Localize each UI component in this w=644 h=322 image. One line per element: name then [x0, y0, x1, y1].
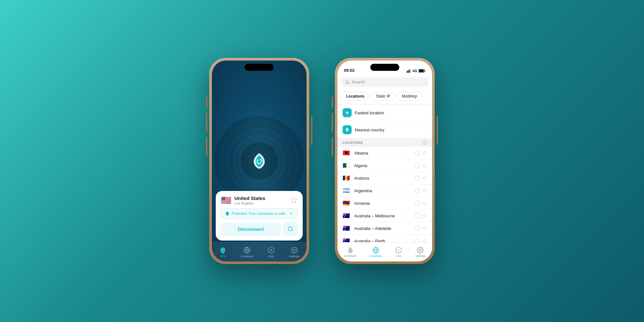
svg-point-14: [346, 80, 349, 83]
nav2-locations[interactable]: Locations: [369, 247, 382, 258]
nav2-surfshark[interactable]: Surfshark: [344, 247, 356, 258]
country-info: 🇺🇸 United States Los Angeles: [221, 195, 265, 205]
search-bar[interactable]: Search: [341, 77, 428, 87]
australia-adelaide-star-icon[interactable]: [422, 226, 427, 231]
svg-point-33: [420, 249, 421, 251]
svg-marker-26: [423, 226, 427, 230]
locations-nav-label: Locations: [241, 255, 253, 258]
svg-rect-10: [410, 69, 411, 73]
favorite-star-icon[interactable]: [290, 197, 298, 204]
shield-nav-icon: [219, 247, 226, 254]
country-andorra[interactable]: 🇦🇩 Andorra: [337, 172, 432, 185]
nav-vpn[interactable]: VPN: [219, 246, 227, 258]
dynamic-island-2: [370, 64, 399, 71]
location-pin-icon: [345, 128, 349, 132]
info-icon[interactable]: [422, 140, 427, 145]
country-armenia[interactable]: 🇦🇲 Armenia: [337, 197, 432, 210]
albania-star-icon[interactable]: [422, 151, 427, 155]
us-flag: 🇺🇸: [221, 196, 231, 204]
svg-marker-25: [423, 214, 427, 217]
status-icons: 4G: [407, 69, 426, 73]
algeria-star-icon[interactable]: [422, 163, 427, 168]
algeria-select[interactable]: [415, 163, 420, 168]
svg-marker-23: [423, 189, 427, 192]
svg-point-6: [293, 249, 295, 251]
bottom-nav-locations: Surfshark Locations: [337, 242, 432, 261]
locations-nav2-label: Locations: [369, 254, 382, 258]
australia-perth-select[interactable]: [415, 238, 420, 242]
svg-line-2: [291, 230, 292, 231]
algeria-name: Algeria: [354, 163, 415, 168]
argentina-select[interactable]: [415, 188, 420, 193]
australia-melbourne-select[interactable]: [415, 213, 420, 218]
nearest-country-label: Nearest country: [355, 128, 384, 132]
country-australia-adelaide[interactable]: 🇦🇺 Australia – Adelaide: [337, 222, 432, 235]
settings-nav2-label: Settings: [415, 254, 426, 258]
surfshark-nav-icon: [347, 247, 354, 254]
albania-name: Albania: [354, 151, 415, 156]
algeria-flag: 🇩🇿: [343, 163, 351, 168]
search-container: Search: [337, 75, 432, 89]
svg-rect-12: [419, 70, 424, 72]
country-argentina[interactable]: 🇦🇷 Argentina: [337, 185, 432, 197]
bolt-icon-container: [343, 108, 352, 117]
tab-multihop[interactable]: MultiHop: [397, 92, 422, 101]
search-placeholder-text: Search: [352, 80, 365, 84]
dynamic-island: [245, 64, 274, 71]
armenia-star-icon[interactable]: [422, 201, 427, 205]
andorra-select[interactable]: [415, 175, 420, 181]
nav-settings[interactable]: Settings: [289, 246, 300, 258]
disconnect-button[interactable]: Disconnect: [221, 223, 281, 236]
nav2-settings[interactable]: Settings: [415, 247, 426, 258]
australia-melbourne-star-icon[interactable]: [422, 213, 427, 218]
nav-one[interactable]: One: [267, 246, 275, 258]
chevron-down-icon[interactable]: [289, 211, 293, 216]
argentina-star-icon[interactable]: [422, 188, 427, 193]
australia-perth-name: Australia – Perth: [354, 239, 415, 242]
svg-rect-8: [408, 70, 409, 73]
connection-card: 🇺🇸 United States Los Angeles: [216, 191, 303, 241]
nearest-country-item[interactable]: Nearest country: [337, 121, 432, 138]
tab-static-ip[interactable]: Static IP: [371, 92, 395, 101]
shield-icon: [225, 211, 230, 216]
phone-vpn: 🇺🇸 United States Los Angeles: [209, 58, 309, 264]
albania-select[interactable]: [415, 150, 420, 156]
one-nav-label: One: [268, 255, 274, 258]
svg-marker-16: [346, 111, 349, 115]
armenia-select[interactable]: [415, 201, 420, 206]
armenia-flag: 🇦🇲: [343, 200, 351, 206]
andorra-flag: 🇦🇩: [343, 175, 351, 181]
bottom-nav-vpn: VPN Locations: [212, 242, 307, 261]
country-algeria[interactable]: 🇩🇿 Algeria: [337, 159, 432, 172]
armenia-name: Armenia: [354, 201, 415, 206]
australia-adelaide-flag: 🇦🇺: [343, 225, 351, 231]
argentina-name: Argentina: [354, 188, 415, 193]
status-time: 09:02: [344, 68, 355, 73]
andorra-name: Andorra: [354, 176, 415, 181]
svg-point-1: [288, 227, 292, 231]
australia-perth-flag: 🇦🇺: [343, 238, 351, 242]
nav2-one[interactable]: One: [395, 247, 402, 258]
argentina-flag: 🇦🇷: [343, 188, 351, 194]
surfshark-logo-icon: [252, 153, 266, 169]
country-australia-melbourne[interactable]: 🇦🇺 Australia – Melbourne: [337, 210, 432, 222]
country-australia-perth[interactable]: 🇦🇺 Australia – Perth: [337, 235, 432, 242]
globe-nav2-icon: [372, 247, 379, 254]
nav-locations[interactable]: Locations: [241, 246, 253, 258]
australia-perth-star-icon[interactable]: [422, 239, 427, 242]
locations-list: Fastest location Nearest country LO: [337, 104, 432, 242]
fastest-location-item[interactable]: Fastest location: [337, 104, 432, 121]
country-albania[interactable]: 🇦🇱 Albania: [337, 147, 432, 159]
svg-rect-13: [425, 70, 425, 71]
country-name: United States: [234, 195, 265, 201]
search-bar-icon: [345, 80, 350, 84]
svg-line-15: [348, 83, 349, 84]
australia-adelaide-select[interactable]: [415, 226, 420, 231]
search-button[interactable]: [283, 222, 298, 236]
section-title-text: LOCATIONS: [343, 141, 363, 145]
locations-screen: 09:02 4G: [337, 61, 432, 261]
svg-marker-0: [291, 197, 297, 203]
andorra-star-icon[interactable]: [422, 176, 427, 180]
tab-locations[interactable]: Locations: [341, 92, 369, 101]
australia-melbourne-flag: 🇦🇺: [343, 213, 351, 219]
